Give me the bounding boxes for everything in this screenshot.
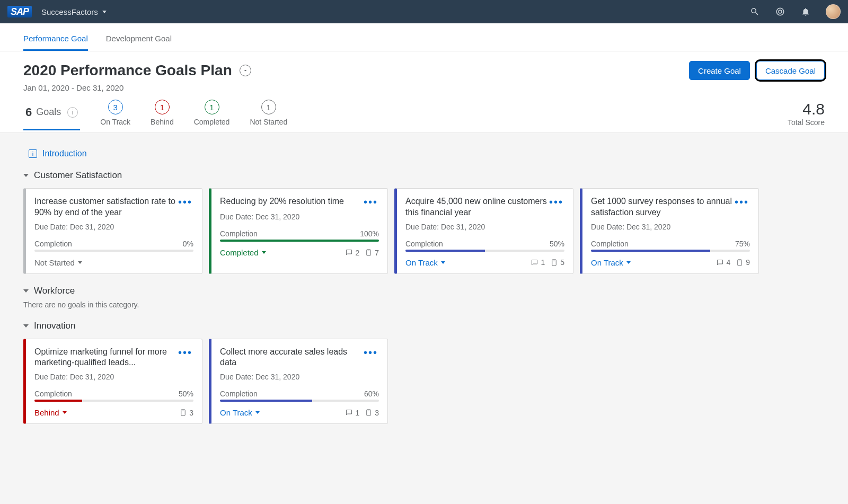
status-dropdown[interactable]: On Track: [591, 258, 631, 267]
goals-count: 6: [25, 105, 32, 119]
chevron-down-icon: [63, 411, 67, 414]
goal-card[interactable]: Reducing by 20% resolution time•••Due Da…: [209, 188, 388, 274]
cascade-goal-button[interactable]: Cascade Goal: [756, 61, 825, 80]
card-row-innovation: Optimize marketing funnel for more marke…: [23, 339, 825, 425]
info-icon: i: [29, 149, 37, 158]
on-track-label: On Track: [100, 118, 130, 126]
completion-value: 0%: [183, 240, 193, 248]
goal-card[interactable]: Get 1000 survey responses to annual sati…: [580, 188, 759, 274]
card-counters: 3: [179, 409, 193, 417]
introduction-link[interactable]: i Introduction: [29, 149, 825, 158]
card-menu-icon[interactable]: •••: [363, 347, 379, 359]
avatar[interactable]: [826, 4, 841, 19]
completion-value: 60%: [364, 390, 379, 398]
goal-card[interactable]: Acquire 45,000 new online customers this…: [394, 188, 573, 274]
due-date: Due Date: Dec 31, 2020: [34, 373, 193, 381]
section-header-workforce[interactable]: Workforce: [23, 286, 825, 296]
card-menu-icon[interactable]: •••: [548, 196, 564, 208]
header-buttons: Create Goal Cascade Goal: [689, 61, 825, 80]
due-date: Due Date: Dec 31, 2020: [220, 213, 379, 221]
svg-rect-5: [181, 410, 186, 415]
attachments-counter[interactable]: 3: [365, 409, 379, 417]
comments-counter[interactable]: 2: [345, 249, 359, 257]
content: i Introduction Customer Satisfaction Inc…: [0, 133, 848, 446]
completion-label: Completion: [591, 240, 629, 248]
svg-point-0: [776, 8, 784, 15]
attachments-counter[interactable]: 3: [179, 409, 193, 417]
completion-value: 50%: [179, 390, 193, 398]
comments-counter[interactable]: 1: [531, 258, 545, 267]
card-menu-icon[interactable]: •••: [734, 196, 750, 208]
completion-value: 50%: [550, 240, 564, 248]
score-label: Total Score: [788, 118, 825, 127]
copilot-icon[interactable]: [775, 6, 785, 17]
status-dropdown[interactable]: Completed: [220, 248, 266, 257]
chevron-down-icon: [255, 411, 260, 414]
goal-card[interactable]: Increase customer satisfaction rate to 9…: [23, 188, 202, 274]
svg-rect-2: [367, 250, 371, 255]
attachments-counter[interactable]: 9: [736, 258, 750, 267]
not-started-label: Not Started: [250, 118, 287, 126]
status-dropdown[interactable]: Behind: [34, 408, 67, 417]
progress-bar: [34, 400, 193, 402]
completion-value: 100%: [360, 229, 379, 238]
status-dropdown[interactable]: Not Started: [34, 258, 82, 267]
completion-label: Completion: [34, 240, 72, 248]
section-workforce: Workforce There are no goals in this cat…: [23, 286, 825, 309]
svg-rect-4: [738, 259, 742, 265]
section-header-customer-satisfaction[interactable]: Customer Satisfaction: [23, 170, 825, 181]
card-menu-icon[interactable]: •••: [177, 196, 193, 208]
filter-behind[interactable]: 1 Behind: [151, 100, 174, 132]
chevron-down-icon: [441, 261, 445, 264]
attachments-counter[interactable]: 7: [365, 249, 379, 257]
comments-counter[interactable]: 1: [345, 409, 359, 417]
section-innovation: Innovation Optimize marketing funnel for…: [23, 321, 825, 425]
create-goal-button[interactable]: Create Goal: [689, 61, 750, 80]
section-customer-satisfaction: Customer Satisfaction Increase customer …: [23, 170, 825, 274]
due-date: Due Date: Dec 31, 2020: [405, 223, 564, 231]
progress-bar: [220, 400, 379, 402]
app-menu[interactable]: SuccessFactors: [41, 7, 107, 16]
filter-completed[interactable]: 1 Completed: [194, 100, 230, 132]
goal-title: Increase customer satisfaction rate to 9…: [34, 196, 177, 218]
plan-date-range: Jan 01, 2020 - Dec 31, 2020: [23, 83, 825, 92]
goal-card[interactable]: Optimize marketing funnel for more marke…: [23, 339, 202, 425]
goal-card[interactable]: Collect more accurate sales leads data••…: [209, 339, 388, 425]
status-dropdown[interactable]: On Track: [220, 408, 260, 417]
introduction-label: Introduction: [42, 149, 87, 158]
goal-title: Optimize marketing funnel for more marke…: [34, 347, 177, 369]
bell-icon[interactable]: [800, 6, 811, 17]
chevron-down-icon: [626, 261, 631, 264]
section-title: Workforce: [34, 286, 75, 296]
goal-title: Reducing by 20% resolution time: [220, 196, 363, 207]
card-menu-icon[interactable]: •••: [363, 196, 379, 208]
section-header-innovation[interactable]: Innovation: [23, 321, 825, 331]
completion-label: Completion: [34, 390, 72, 398]
tab-performance-goal[interactable]: Performance Goal: [23, 23, 88, 51]
comments-counter[interactable]: 4: [716, 258, 730, 267]
goal-title: Acquire 45,000 new online customers this…: [405, 196, 548, 218]
progress-bar: [220, 240, 379, 242]
shell-bar: SAP SuccessFactors: [0, 0, 848, 23]
plan-options-icon[interactable]: [240, 65, 251, 76]
app-name: SuccessFactors: [41, 7, 98, 16]
completion-value: 75%: [735, 240, 750, 248]
progress-bar: [34, 250, 193, 252]
status-dropdown[interactable]: On Track: [405, 258, 445, 267]
svg-rect-3: [552, 259, 556, 265]
tab-development-goal[interactable]: Development Goal: [106, 23, 172, 51]
search-icon[interactable]: [749, 6, 760, 17]
page-title: 2020 Performance Goals Plan: [23, 62, 232, 79]
progress-bar: [405, 250, 564, 252]
progress-bar: [591, 250, 750, 252]
filter-on-track[interactable]: 3 On Track: [100, 100, 130, 132]
attachments-counter[interactable]: 5: [550, 258, 564, 267]
sap-logo: SAP: [7, 6, 32, 17]
chevron-down-icon: [262, 251, 266, 254]
filter-all-goals[interactable]: 6 Goals i: [23, 102, 80, 130]
goal-title: Collect more accurate sales leads data: [220, 347, 363, 369]
card-menu-icon[interactable]: •••: [177, 347, 193, 359]
behind-count: 1: [155, 100, 170, 114]
info-icon[interactable]: i: [67, 107, 78, 118]
filter-not-started[interactable]: 1 Not Started: [250, 100, 287, 132]
